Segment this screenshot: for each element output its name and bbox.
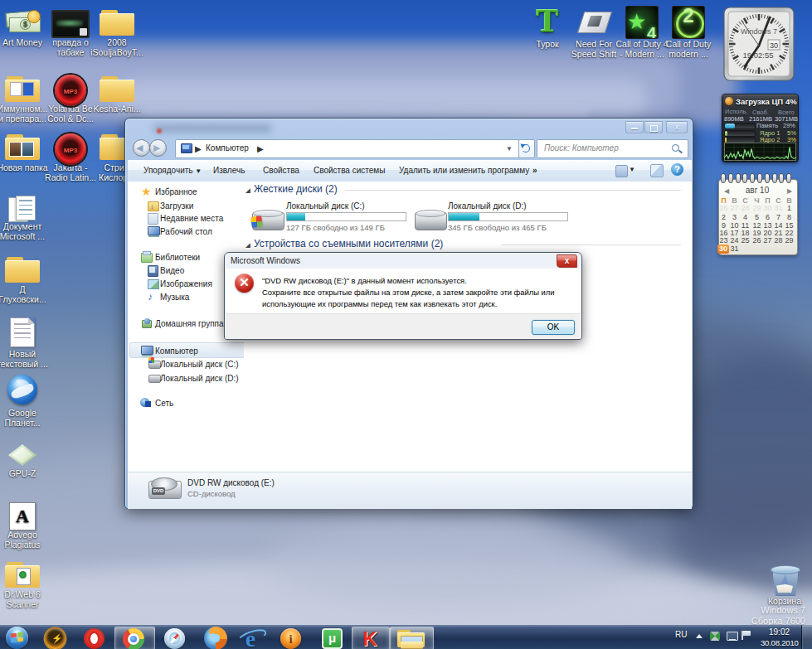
svg-text:19:02:55: 19:02:55 bbox=[743, 51, 774, 60]
svg-text:Windows 7: Windows 7 bbox=[741, 27, 777, 36]
svg-text:30: 30 bbox=[770, 41, 778, 50]
